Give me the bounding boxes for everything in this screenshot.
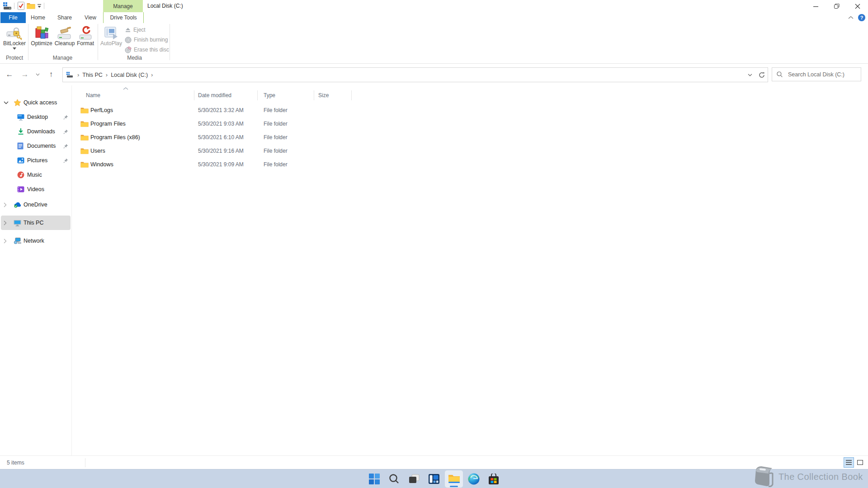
column-header-type[interactable]: Type: [257, 89, 314, 102]
pin-icon: [63, 115, 68, 120]
file-row-users[interactable]: Users 5/30/2021 9:16 AM File folder: [75, 144, 392, 158]
watermark-book-icon: [751, 464, 776, 488]
group-label-protect: Protect: [2, 55, 27, 61]
details-view-icon: [846, 460, 852, 465]
sidebar-item-pictures[interactable]: Pictures: [0, 153, 71, 168]
pin-icon: [63, 158, 68, 163]
search-input[interactable]: [787, 71, 857, 78]
autoplay-button[interactable]: AutoPlay: [100, 25, 123, 47]
breadcrumb-this-pc[interactable]: This PC: [80, 72, 104, 78]
sidebar-item-music[interactable]: Music: [0, 168, 71, 182]
column-header-name[interactable]: Name: [75, 89, 194, 102]
properties-quick-button[interactable]: [18, 2, 24, 10]
erase-disc-icon: [125, 47, 132, 53]
search-icon: [777, 71, 783, 77]
restore-button[interactable]: [826, 0, 847, 12]
eject-icon: [125, 27, 131, 33]
folder-icon: [80, 148, 89, 154]
details-view-button[interactable]: [844, 457, 854, 468]
eject-button[interactable]: Eject: [125, 25, 146, 35]
sidebar-item-quick-access[interactable]: Quick access: [0, 95, 71, 110]
qat-separator-2: [44, 3, 44, 9]
cleanup-button[interactable]: Cleanup: [54, 25, 75, 47]
chevron-right-icon[interactable]: [4, 239, 7, 244]
help-icon[interactable]: ?: [858, 14, 865, 21]
large-icons-view-button[interactable]: [855, 457, 865, 468]
file-row-windows[interactable]: Windows 5/30/2021 9:09 AM File folder: [75, 158, 392, 171]
tab-share[interactable]: Share: [50, 12, 79, 23]
collapse-ribbon-chevron-icon[interactable]: [848, 16, 854, 19]
window-drive-icon: [3, 2, 12, 10]
window-controls: [806, 0, 868, 12]
tab-home[interactable]: Home: [26, 12, 50, 23]
file-row-program-files[interactable]: Program Files 5/30/2021 9:03 AM File fol…: [75, 117, 392, 131]
task-view-button[interactable]: [405, 470, 423, 488]
microsoft-store-taskbar-button[interactable]: [485, 470, 503, 488]
format-button[interactable]: Format: [75, 25, 95, 47]
widgets-button[interactable]: [425, 470, 443, 488]
up-button[interactable]: ↑: [45, 64, 57, 85]
file-explorer-taskbar-button[interactable]: [445, 470, 463, 488]
cleanup-icon: [57, 25, 72, 40]
erase-disc-button[interactable]: Erase this disc: [125, 45, 169, 55]
file-explorer-icon: [448, 474, 460, 484]
tab-view[interactable]: View: [79, 12, 102, 23]
active-app-indicator: [450, 486, 458, 487]
finish-burning-button[interactable]: Finish burning: [125, 35, 168, 45]
sidebar-item-documents[interactable]: Documents: [0, 139, 71, 153]
search-icon: [389, 474, 400, 484]
chevron-down-icon[interactable]: [4, 101, 9, 104]
quick-access-star-icon: [14, 99, 21, 106]
tab-file[interactable]: File: [0, 12, 26, 23]
chevron-right-icon[interactable]: [4, 221, 7, 225]
search-box[interactable]: [772, 67, 861, 81]
group-label-manage: Manage: [30, 55, 95, 61]
folder-icon: [80, 161, 89, 168]
column-separator[interactable]: [351, 90, 352, 100]
forward-button[interactable]: →: [19, 64, 31, 85]
address-dropdown-chevron-icon[interactable]: [744, 68, 756, 81]
recent-locations-dropdown[interactable]: [33, 64, 42, 85]
downloads-icon: [17, 128, 24, 135]
qat-customize-dropdown[interactable]: [37, 4, 42, 8]
ribbon: BitLocker Protect Optimize: [0, 23, 868, 64]
taskbar-center-icons: [365, 470, 503, 488]
close-button[interactable]: [847, 0, 868, 12]
bitlocker-icon: [6, 25, 23, 40]
chevron-right-icon[interactable]: [4, 202, 7, 207]
edge-taskbar-button[interactable]: [465, 470, 483, 488]
column-header-date-modified[interactable]: Date modified: [194, 89, 257, 102]
new-folder-quick-button[interactable]: [27, 2, 35, 9]
breadcrumb-current-folder[interactable]: Local Disk (C:): [109, 72, 150, 78]
ribbon-separator: [170, 24, 170, 60]
sidebar-item-videos[interactable]: Videos: [0, 182, 71, 197]
sidebar-item-onedrive[interactable]: OneDrive: [0, 197, 71, 212]
file-row-program-files-x86[interactable]: Program Files (x86) 5/30/2021 6:10 AM Fi…: [75, 131, 392, 144]
refresh-icon[interactable]: [756, 68, 768, 81]
column-header-size[interactable]: Size: [314, 89, 351, 102]
sidebar-item-network[interactable]: Network: [0, 234, 71, 248]
search-taskbar-button[interactable]: [385, 470, 403, 488]
address-drive-icon: [63, 72, 76, 78]
items-count: 5 items: [7, 456, 24, 469]
minimize-button[interactable]: [806, 0, 826, 12]
navigation-bar: ← → ↑ › This PC › Local Disk (C:) ›: [0, 64, 868, 85]
qat-separator: [14, 3, 14, 9]
edge-icon: [468, 473, 480, 485]
sidebar-item-desktop[interactable]: Desktop: [0, 110, 71, 124]
start-button[interactable]: [365, 470, 383, 488]
taskbar: 9:29 AM Sunday 5/30/2021: [0, 469, 868, 488]
tab-drive-tools[interactable]: Drive Tools: [103, 12, 144, 23]
sidebar-item-this-pc[interactable]: This PC: [1, 216, 71, 230]
sidebar-item-downloads[interactable]: Downloads: [0, 124, 71, 139]
finish-burning-icon: [125, 37, 132, 43]
file-row-perflogs[interactable]: PerfLogs 5/30/2021 3:32 AM File folder: [75, 103, 392, 117]
optimize-button[interactable]: Optimize: [30, 25, 53, 47]
folder-icon: [80, 121, 89, 127]
address-bar[interactable]: › This PC › Local Disk (C:) ›: [62, 67, 768, 82]
back-button[interactable]: ←: [4, 64, 15, 85]
file-list: Name Date modified Type Size PerfLogs 5/…: [75, 85, 868, 455]
bitlocker-button[interactable]: BitLocker: [2, 25, 27, 50]
pictures-icon: [17, 157, 24, 164]
folder-icon: [80, 134, 89, 141]
